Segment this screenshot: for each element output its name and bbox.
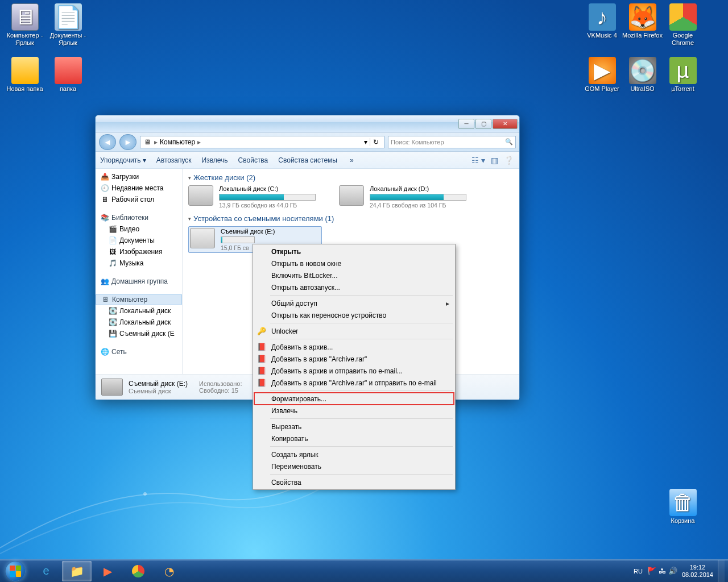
preview-button[interactable]: ▥ xyxy=(491,156,498,165)
context-item[interactable]: Включить BitLocker... xyxy=(254,269,454,281)
libraries-icon: 📚 xyxy=(100,213,109,222)
computer-icon: 🖥 xyxy=(101,295,110,304)
show-desktop-button[interactable] xyxy=(718,560,725,583)
context-item[interactable]: Вырезать xyxy=(254,421,454,433)
navigation-bar: ◄ ► 🖥 ▸ Компьютер ▸ ▾ ↻ Поиск: Компьютер… xyxy=(96,132,519,152)
desktop-label: Документы - Ярлык xyxy=(47,32,89,47)
desktop-icon-chrome[interactable]: Google Chrome xyxy=(661,3,704,47)
view-button[interactable]: ☷ ▾ xyxy=(471,156,485,165)
dropdown-icon[interactable]: ▾ xyxy=(364,138,367,146)
drive-d[interactable]: Локальный диск (D:)24,4 ГБ свободно из 1… xyxy=(339,185,473,209)
breadcrumb[interactable]: Компьютер xyxy=(160,138,195,146)
sidebar-item-music[interactable]: 🎵Музыка xyxy=(96,257,182,269)
hdd-icon: 💽 xyxy=(108,318,117,327)
address-bar[interactable]: 🖥 ▸ Компьютер ▸ ▾ ↻ xyxy=(140,136,384,148)
sidebar-computer[interactable]: 🖥Компьютер xyxy=(96,294,182,305)
usage-bar xyxy=(219,194,316,201)
desktop-label: Новая папка xyxy=(3,85,46,93)
sidebar: 📥Загрузки 🕘Недавние места 🖥Рабочий стол … xyxy=(96,169,183,374)
context-item[interactable]: Копировать xyxy=(254,433,454,444)
tray-clock[interactable]: 19:1208.02.2014 xyxy=(682,564,713,579)
sidebar-item-drive-d[interactable]: 💽Локальный диск xyxy=(96,317,182,328)
desktop-icon-utorrent[interactable]: µµTorrent xyxy=(661,57,704,93)
context-item[interactable]: Открыть в новом окне xyxy=(254,257,454,269)
context-item[interactable]: Извлечь xyxy=(254,405,454,417)
context-item[interactable]: Форматировать... xyxy=(254,393,454,405)
tray-network-icon[interactable]: 🖧 xyxy=(659,567,666,575)
context-item[interactable]: Открыть как переносное устройство xyxy=(254,309,454,321)
desktop-icon-documents[interactable]: 📄Документы - Ярлык xyxy=(47,3,89,47)
back-button[interactable]: ◄ xyxy=(99,134,116,150)
context-item-icon: 📕 xyxy=(257,342,267,352)
minimize-button[interactable]: ─ xyxy=(458,119,474,129)
desktop-icon-newfolder[interactable]: Новая папка xyxy=(3,57,46,93)
refresh-button[interactable]: ↻ xyxy=(370,138,382,146)
sidebar-item-downloads[interactable]: 📥Загрузки xyxy=(96,171,182,182)
context-separator xyxy=(270,446,453,447)
sidebar-homegroup[interactable]: 👥Домашняя группа xyxy=(96,276,182,287)
sidebar-item-drive-c[interactable]: 💽Локальный диск xyxy=(96,305,182,317)
sidebar-network[interactable]: 🌐Сеть xyxy=(96,346,182,357)
search-input[interactable]: Поиск: Компьютер🔍 xyxy=(388,136,516,148)
sidebar-libraries[interactable]: 📚Библиотеки xyxy=(96,212,182,223)
sidebar-item-recent[interactable]: 🕘Недавние места xyxy=(96,182,182,194)
context-item[interactable]: 📕Добавить в архив... xyxy=(254,341,454,353)
forward-button[interactable]: ► xyxy=(119,134,136,150)
desktop-icon-computer[interactable]: 🖥Компьютер - Ярлык xyxy=(3,3,46,47)
tray-lang[interactable]: RU xyxy=(634,568,643,575)
taskbar-media[interactable]: ▶ xyxy=(93,561,122,581)
context-separator xyxy=(270,295,453,296)
sidebar-item-images[interactable]: 🖼Изображения xyxy=(96,246,182,257)
organize-button[interactable]: Упорядочить ▾ xyxy=(100,156,146,164)
recycle-bin-icon: 🗑 xyxy=(669,489,697,516)
taskbar: e 📁 ▶ ◔ RU 🚩 🖧 🔊 19:1208.02.2014 xyxy=(0,559,728,582)
taskbar-ie[interactable]: e xyxy=(31,561,61,581)
context-item[interactable]: Общий доступ▸ xyxy=(254,297,454,309)
titlebar[interactable]: ─ ▢ ✕ xyxy=(96,115,519,132)
desktop-icon-firefox[interactable]: 🦊Mozilla Firefox xyxy=(621,3,664,39)
utorrent-icon: µ xyxy=(669,57,697,84)
group-hard-drives[interactable]: Жесткие диски (2) xyxy=(188,173,514,182)
close-button[interactable]: ✕ xyxy=(493,119,518,129)
desktop-icon: 🖥 xyxy=(100,195,109,204)
desktop-icon-folder[interactable]: папка xyxy=(47,57,89,93)
context-item[interactable]: 📕Добавить в архив и отправить по e-mail.… xyxy=(254,365,454,377)
tray-volume-icon[interactable]: 🔊 xyxy=(668,567,677,575)
maximize-button[interactable]: ▢ xyxy=(475,119,491,129)
autorun-button[interactable]: Автозапуск xyxy=(156,156,192,164)
more-button[interactable]: » xyxy=(350,156,354,164)
context-separator xyxy=(270,474,453,475)
properties-button[interactable]: Свойства xyxy=(238,156,268,164)
context-item[interactable]: Открыть автозапуск... xyxy=(254,281,454,293)
documents-icon: 📄 xyxy=(55,3,82,31)
desktop-icon-vkmusic[interactable]: ♪VKMusic 4 xyxy=(581,3,623,39)
taskbar-app[interactable]: ◔ xyxy=(154,561,184,581)
desktop-icon-recyclebin[interactable]: 🗑Корзина xyxy=(661,489,704,525)
drive-c[interactable]: Локальный диск (C:)13,9 ГБ свободно из 4… xyxy=(188,185,322,209)
network-icon: 🌐 xyxy=(100,347,109,356)
context-item[interactable]: Свойства xyxy=(254,476,454,488)
hdd-icon xyxy=(339,185,364,206)
context-item[interactable]: Открыть xyxy=(254,246,454,257)
desktop-icon-ultraiso[interactable]: 💿UltraISO xyxy=(621,57,664,93)
context-item[interactable]: 📕Добавить в архив "Archive.rar" и отправ… xyxy=(254,377,454,389)
desktop-icon-gom[interactable]: ▶GOM Player xyxy=(581,57,623,93)
help-button[interactable]: ❔ xyxy=(504,156,514,165)
group-removable[interactable]: Устройства со съемными носителями (1) xyxy=(188,214,514,223)
sidebar-item-desktop[interactable]: 🖥Рабочий стол xyxy=(96,194,182,205)
eject-button[interactable]: Извлечь xyxy=(202,156,228,164)
sysprops-button[interactable]: Свойства системы xyxy=(278,156,337,164)
sidebar-item-video[interactable]: 🎬Видео xyxy=(96,223,182,235)
taskbar-chrome[interactable] xyxy=(123,561,153,581)
context-item[interactable]: Создать ярлык xyxy=(254,448,454,460)
start-button[interactable] xyxy=(0,560,31,583)
context-item[interactable]: 🔑Unlocker xyxy=(254,325,454,337)
vkmusic-icon: ♪ xyxy=(589,3,616,31)
context-item[interactable]: Переименовать xyxy=(254,460,454,472)
tray-flag-icon[interactable]: 🚩 xyxy=(647,567,656,575)
sidebar-item-drive-e[interactable]: 💾Съемный диск (E xyxy=(96,328,182,339)
music-icon: 🎵 xyxy=(108,259,117,268)
context-item[interactable]: 📕Добавить в архив "Archive.rar" xyxy=(254,353,454,365)
sidebar-item-documents[interactable]: 📄Документы xyxy=(96,235,182,246)
taskbar-explorer[interactable]: 📁 xyxy=(62,561,92,581)
